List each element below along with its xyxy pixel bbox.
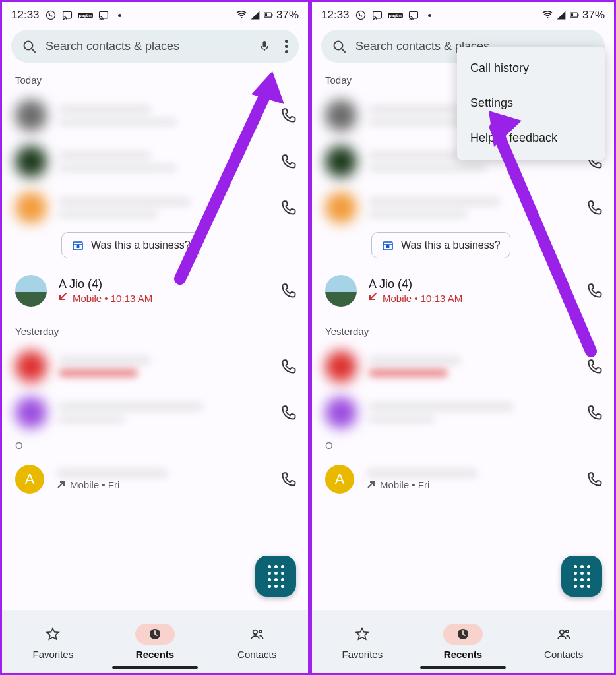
- call-icon[interactable]: [280, 107, 297, 124]
- paytm-icon: paytm: [388, 13, 403, 18]
- search-icon: [332, 39, 346, 53]
- missed-call-icon: [369, 293, 379, 303]
- chip-label: Was this a business?: [401, 239, 501, 251]
- whatsapp-icon: [355, 9, 367, 21]
- missed-call-icon: [59, 293, 69, 303]
- menu-help-feedback[interactable]: Help & feedback: [457, 121, 605, 156]
- menu-settings[interactable]: Settings: [457, 86, 605, 121]
- search-placeholder: Search contacts & places: [46, 40, 248, 53]
- call-subtitle: Mobile • Fri: [366, 479, 574, 490]
- call-icon[interactable]: [586, 282, 603, 299]
- call-icon[interactable]: [280, 358, 297, 375]
- call-icon[interactable]: [280, 471, 297, 488]
- call-icon[interactable]: [586, 199, 603, 216]
- clock-icon: [456, 627, 470, 641]
- call-row[interactable]: [2, 138, 308, 185]
- call-subtitle: Mobile • Fri: [56, 479, 268, 490]
- contact-name: A Jio (4): [369, 278, 574, 291]
- star-icon: [46, 627, 60, 641]
- call-row-ajio[interactable]: A Jio (4) Mobile • 10:13 AM: [312, 268, 614, 314]
- dialpad-fab[interactable]: [561, 556, 602, 597]
- paytm-icon: paytm: [78, 13, 93, 18]
- bottom-nav: Favorites Recents Contacts: [312, 610, 614, 673]
- nav-contacts[interactable]: Contacts: [206, 610, 308, 673]
- outgoing-call-icon: [366, 480, 376, 490]
- call-icon[interactable]: [586, 404, 603, 421]
- signal-icon: [250, 10, 261, 20]
- chip-label: Was this a business?: [91, 239, 191, 251]
- call-row[interactable]: [312, 390, 614, 436]
- call-row[interactable]: [2, 92, 308, 138]
- call-icon[interactable]: [280, 199, 297, 216]
- section-older: O: [312, 436, 614, 454]
- status-bar: 12:33 paytm 37%: [2, 2, 308, 26]
- battery-text: 37%: [276, 9, 299, 22]
- status-time: 12:33: [11, 9, 40, 22]
- star-icon: [355, 627, 369, 641]
- cast-icon-2: [408, 10, 419, 20]
- call-icon[interactable]: [280, 404, 297, 421]
- nav-contacts[interactable]: Contacts: [513, 610, 614, 673]
- status-bar: 12:33 paytm 37%: [312, 2, 614, 26]
- dialpad-icon: [574, 565, 590, 588]
- business-chip[interactable]: Was this a business?: [371, 232, 510, 258]
- dialpad-icon: [268, 565, 284, 588]
- call-row[interactable]: A Mobile • Fri: [2, 454, 308, 500]
- wifi-icon: [235, 9, 247, 21]
- battery-icon: [263, 10, 274, 20]
- overflow-menu-button[interactable]: [281, 36, 292, 57]
- section-older: O: [2, 436, 308, 454]
- clock-icon: [148, 627, 162, 641]
- screenshot-right: 12:33 paytm 37% Search contacts & places…: [308, 2, 614, 673]
- call-subtitle: Mobile • 10:13 AM: [369, 293, 574, 304]
- call-row[interactable]: [312, 185, 614, 231]
- section-yesterday: Yesterday: [2, 314, 308, 343]
- outgoing-call-icon: [56, 480, 66, 490]
- call-icon[interactable]: [280, 282, 297, 299]
- call-row[interactable]: [2, 343, 308, 390]
- more-notifications-icon: [118, 14, 121, 17]
- bottom-nav: Favorites Recents Contacts: [2, 610, 308, 673]
- wifi-icon: [541, 9, 553, 21]
- dialpad-fab[interactable]: [255, 556, 296, 597]
- battery-icon: [569, 10, 580, 20]
- call-subtitle: Mobile • 10:13 AM: [59, 293, 268, 304]
- avatar: A: [15, 465, 44, 494]
- store-icon: [381, 239, 394, 252]
- cast-icon: [62, 10, 73, 20]
- call-icon[interactable]: [280, 153, 297, 170]
- whatsapp-icon: [45, 9, 57, 21]
- more-notifications-icon: [428, 14, 431, 17]
- cast-icon-2: [98, 10, 109, 20]
- gesture-bar: [420, 666, 506, 669]
- call-row-ajio[interactable]: A Jio (4) Mobile • 10:13 AM: [2, 268, 308, 314]
- search-icon: [22, 39, 36, 53]
- menu-call-history[interactable]: Call history: [457, 51, 605, 86]
- nav-recents[interactable]: Recents: [104, 610, 206, 673]
- mic-icon[interactable]: [257, 39, 272, 53]
- call-row[interactable]: [2, 185, 308, 231]
- business-chip[interactable]: Was this a business?: [61, 232, 200, 258]
- contacts-icon: [557, 627, 571, 641]
- screenshot-left: 12:33 paytm 37% Search contacts & places…: [2, 2, 308, 673]
- call-row[interactable]: [312, 343, 614, 390]
- section-today: Today: [2, 72, 308, 92]
- call-row[interactable]: [2, 390, 308, 436]
- overflow-menu: Call history Settings Help & feedback: [457, 47, 605, 160]
- avatar: [325, 275, 357, 307]
- battery-text: 37%: [582, 9, 605, 22]
- call-icon[interactable]: [586, 358, 603, 375]
- nav-favorites[interactable]: Favorites: [2, 610, 104, 673]
- section-yesterday: Yesterday: [312, 314, 614, 343]
- signal-icon: [556, 10, 567, 20]
- search-bar[interactable]: Search contacts & places: [11, 30, 299, 63]
- status-time: 12:33: [321, 9, 350, 22]
- nav-favorites[interactable]: Favorites: [312, 610, 413, 673]
- gesture-bar: [112, 666, 198, 669]
- nav-recents[interactable]: Recents: [413, 610, 514, 673]
- call-row[interactable]: A Mobile • Fri: [312, 454, 614, 500]
- call-icon[interactable]: [586, 471, 603, 488]
- cast-icon: [372, 10, 383, 20]
- contact-name: A Jio (4): [59, 278, 268, 291]
- store-icon: [71, 239, 84, 252]
